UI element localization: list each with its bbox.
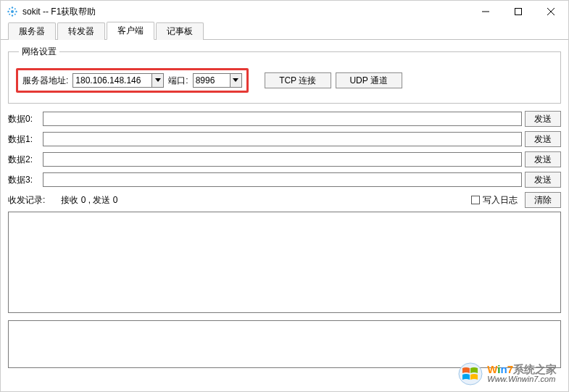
network-settings-group: 网络设置 服务器地址: 端口: TCP 连接	[8, 46, 561, 104]
data-row: 数据2: 发送	[8, 151, 561, 167]
svg-point-5	[9, 8, 10, 9]
port-combo[interactable]	[193, 73, 242, 88]
server-addr-combo[interactable]	[72, 73, 164, 88]
server-addr-label: 服务器地址:	[22, 75, 68, 87]
data-row: 数据0: 发送	[8, 111, 561, 127]
svg-point-2	[12, 14, 13, 16]
log-stats: 接收 0 , 发送 0	[61, 194, 117, 207]
write-log-label: 写入日志	[483, 194, 518, 207]
data-row-label: 数据3:	[8, 174, 40, 186]
server-addr-input[interactable]	[73, 74, 151, 87]
svg-point-4	[15, 11, 17, 12]
send-button-1[interactable]: 发送	[525, 131, 561, 147]
chevron-down-icon[interactable]	[151, 74, 163, 87]
log-header: 收发记录: 接收 0 , 发送 0 写入日志 清除	[8, 192, 561, 208]
chevron-down-icon[interactable]	[230, 74, 241, 87]
close-button[interactable]	[534, 1, 567, 22]
window-title: sokit -- F1获取帮助	[22, 6, 96, 18]
send-button-2[interactable]: 发送	[525, 151, 561, 167]
svg-point-6	[14, 8, 16, 9]
network-settings-legend: 网络设置	[19, 46, 59, 58]
svg-point-3	[7, 11, 9, 12]
data-row: 数据3: 发送	[8, 172, 561, 188]
send-button-0[interactable]: 发送	[525, 111, 561, 127]
checkbox-box-icon	[471, 196, 480, 204]
maximize-button[interactable]	[502, 1, 534, 22]
status-textarea[interactable]	[8, 320, 561, 368]
data-input-0[interactable]	[43, 112, 522, 126]
tab-server[interactable]: 服务器	[8, 22, 56, 40]
svg-rect-10	[515, 9, 521, 15]
data-row-label: 数据2:	[8, 154, 40, 166]
tab-forwarder[interactable]: 转发器	[57, 22, 105, 40]
data-rows: 数据0: 发送 数据1: 发送 数据2: 发送 数据3: 发送	[8, 111, 561, 188]
port-input[interactable]	[194, 74, 230, 87]
clear-button[interactable]: 清除	[525, 192, 561, 208]
tcp-connect-button[interactable]: TCP 连接	[265, 72, 331, 88]
svg-marker-14	[233, 78, 238, 82]
svg-point-8	[14, 14, 16, 15]
title-bar: sokit -- F1获取帮助	[1, 1, 568, 22]
svg-point-1	[12, 7, 13, 8]
data-row-label: 数据1:	[8, 133, 40, 146]
data-input-3[interactable]	[43, 172, 522, 187]
write-log-checkbox[interactable]: 写入日志	[471, 194, 518, 207]
udp-channel-button[interactable]: UDP 通道	[336, 72, 402, 88]
highlight-box: 服务器地址: 端口:	[16, 68, 249, 93]
svg-point-7	[9, 14, 10, 15]
tab-bar: 服务器 转发器 客户端 记事板	[1, 22, 568, 40]
log-textarea[interactable]	[8, 212, 561, 313]
send-button-3[interactable]: 发送	[525, 172, 561, 188]
data-row: 数据1: 发送	[8, 131, 561, 147]
app-icon	[7, 6, 18, 17]
data-row-label: 数据0:	[8, 113, 40, 125]
watermark-line2: Www.Winwin7.com	[487, 375, 557, 384]
tab-notepad[interactable]: 记事板	[156, 22, 204, 40]
port-label: 端口:	[168, 75, 188, 87]
svg-marker-13	[155, 78, 161, 82]
content-area: 网络设置 服务器地址: 端口: TCP 连接	[1, 40, 568, 375]
tab-client[interactable]: 客户端	[107, 22, 154, 40]
minimize-button[interactable]	[469, 1, 502, 22]
log-header-label: 收发记录:	[8, 194, 45, 207]
svg-point-0	[11, 10, 14, 13]
data-input-2[interactable]	[43, 152, 522, 167]
data-input-1[interactable]	[43, 132, 522, 146]
